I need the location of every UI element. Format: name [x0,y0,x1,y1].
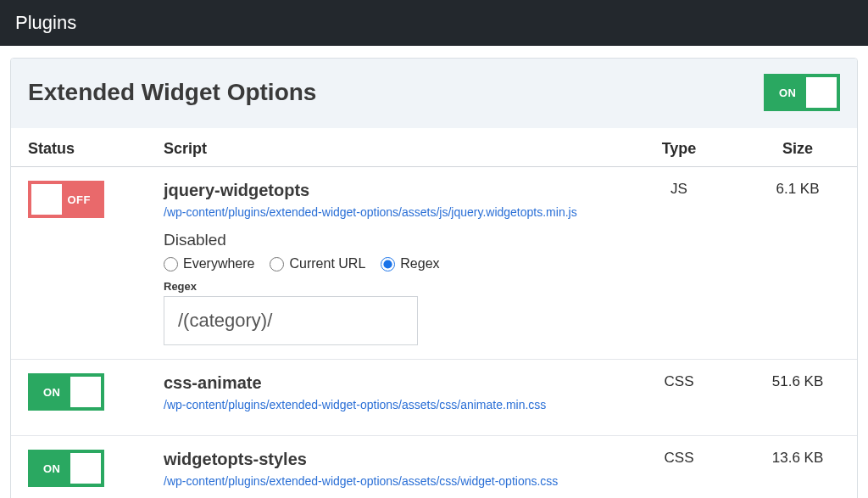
table-row: ON css-animate /wp-content/plugins/exten… [11,360,857,436]
script-type: CSS [620,436,738,499]
script-type: CSS [620,360,738,436]
script-size: 6.1 KB [738,167,857,360]
script-type: JS [620,167,738,360]
table-row: ON widgetopts-styles /wp-content/plugins… [11,436,857,499]
disabled-radio-group: Everywhere Current URL Regex [164,256,603,271]
col-header-size: Size [738,128,857,167]
col-header-type: Type [620,128,738,167]
toggle-label-on: ON [779,87,797,99]
radio-everywhere-input[interactable] [164,257,178,271]
script-path-link[interactable]: /wp-content/plugins/extended-widget-opti… [164,205,577,219]
toggle-knob [70,377,101,407]
radio-current-url-input[interactable] [270,257,284,271]
toggle-label-on: ON [43,462,61,475]
toggle-knob [806,77,837,108]
col-header-status: Status [11,128,147,167]
table-row: OFF jquery-widgetopts /wp-content/plugin… [11,167,857,360]
plugin-master-toggle[interactable]: ON [764,74,840,111]
toggle-label-off: OFF [68,193,92,206]
radio-current-url-label: Current URL [289,256,365,271]
script-name: widgetopts-styles [164,450,603,469]
script-toggle[interactable]: OFF [28,181,104,218]
disabled-block: Disabled Everywhere Current URL [164,231,603,345]
disabled-heading: Disabled [164,231,603,249]
script-size: 13.6 KB [738,436,857,499]
radio-regex-label: Regex [400,256,439,271]
script-path-link[interactable]: /wp-content/plugins/extended-widget-opti… [164,398,546,411]
radio-everywhere-label: Everywhere [183,256,254,271]
toggle-knob [31,184,62,215]
plugin-title: Extended Widget Options [28,79,316,106]
plugin-header: Extended Widget Options ON [11,59,857,128]
script-toggle[interactable]: ON [28,373,104,411]
radio-everywhere[interactable]: Everywhere [164,256,254,271]
script-toggle[interactable]: ON [28,450,104,487]
script-path-link[interactable]: /wp-content/plugins/extended-widget-opti… [164,474,558,488]
col-header-script: Script [147,128,620,167]
plugin-panel-wrap: Extended Widget Options ON Status Script… [0,46,868,498]
page-header: Plugins [0,0,868,46]
regex-input[interactable] [164,296,418,345]
radio-regex[interactable]: Regex [381,256,439,271]
radio-regex-input[interactable] [381,257,395,271]
page-title: Plugins [15,12,76,33]
script-size: 51.6 KB [738,360,857,436]
script-name: jquery-widgetopts [164,181,603,200]
toggle-label-on: ON [43,386,61,399]
radio-current-url[interactable]: Current URL [270,256,365,271]
script-name: css-animate [164,373,603,393]
scripts-table: Status Script Type Size OFF [11,128,857,498]
plugin-card: Extended Widget Options ON Status Script… [10,58,858,498]
toggle-knob [70,453,101,484]
regex-field-label: Regex [164,280,603,293]
